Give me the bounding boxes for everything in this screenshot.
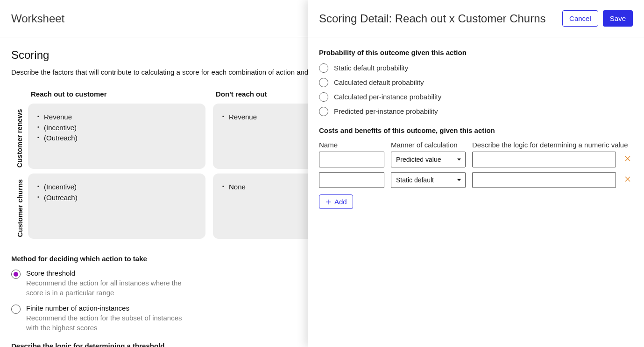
probability-heading: Probability of this outcome given this a… <box>319 49 633 56</box>
cost-logic-input[interactable] <box>472 152 616 167</box>
close-icon <box>624 155 631 164</box>
method-desc: Recommend the action for the subset of i… <box>26 313 194 333</box>
prob-option-label: Static default probability <box>334 64 408 72</box>
matrix-row-label-churns: Customer churns <box>11 173 28 243</box>
cost-manner-value: Predicted value <box>396 156 441 163</box>
prob-option-label: Predicted per-instance probability <box>334 107 438 115</box>
cell-item: Revenue <box>37 112 196 123</box>
cost-manner-select[interactable]: Predicted value <box>391 152 466 167</box>
cell-item: (Outreach) <box>37 193 196 203</box>
prob-option-label: Calculated default probability <box>334 78 424 86</box>
radio-icon <box>319 63 328 73</box>
cancel-button[interactable]: Cancel <box>562 10 598 27</box>
scoring-detail-panel: Scoring Detail: Reach out x Customer Chu… <box>308 0 644 347</box>
cost-row: Predicted value <box>319 152 633 167</box>
plus-icon <box>325 199 332 205</box>
cost-manner-select[interactable]: Static default <box>391 172 466 188</box>
delete-row-button[interactable] <box>623 154 633 165</box>
method-desc: Recommend the action for all instances w… <box>26 278 194 298</box>
page-title: Worksheet <box>11 12 64 25</box>
cost-logic-input[interactable] <box>472 172 616 188</box>
radio-icon <box>11 305 21 314</box>
cost-name-input[interactable] <box>319 152 384 167</box>
prob-option-static-default[interactable]: Static default probability <box>319 63 633 73</box>
prob-option-label: Calculated per-instance probability <box>334 93 441 101</box>
col-header-manner: Manner of calculation <box>391 141 466 149</box>
cell-item: (Incentive) <box>37 123 196 133</box>
chevron-down-icon <box>456 177 462 183</box>
save-button[interactable]: Save <box>603 10 633 27</box>
matrix-row-label-renews: Customer renews <box>11 103 28 173</box>
prob-option-calculated-per-instance[interactable]: Calculated per-instance probability <box>319 92 633 102</box>
col-header-logic: Describe the logic for determining a num… <box>472 141 633 149</box>
matrix-col-header-reach-out: Reach out to customer <box>28 87 205 104</box>
cost-name-input[interactable] <box>319 172 384 188</box>
radio-icon <box>319 92 328 102</box>
cell-item: (Incentive) <box>37 182 196 193</box>
radio-icon <box>319 107 328 116</box>
cost-manner-value: Static default <box>396 176 434 184</box>
costs-heading: Costs and benefits of this outcome, give… <box>319 126 633 134</box>
matrix-cell-reach-out-renews[interactable]: Revenue (Incentive) (Outreach) <box>28 104 205 169</box>
chevron-down-icon <box>456 156 462 163</box>
panel-header: Scoring Detail: Reach out x Customer Chu… <box>308 0 644 37</box>
cell-item: (Outreach) <box>37 133 196 144</box>
cost-row: Static default <box>319 172 633 188</box>
add-cost-button[interactable]: Add <box>319 194 353 209</box>
add-label: Add <box>334 198 347 206</box>
panel-body: Probability of this outcome given this a… <box>308 37 644 220</box>
method-label: Finite number of action-instances <box>26 304 194 312</box>
close-icon <box>624 175 631 185</box>
col-header-name: Name <box>319 141 384 149</box>
delete-row-button[interactable] <box>623 175 633 185</box>
radio-icon <box>11 270 21 279</box>
panel-title: Scoring Detail: Reach out x Customer Chu… <box>319 12 546 25</box>
costs-table-headers: Name Manner of calculation Describe the … <box>319 141 633 149</box>
method-label: Score threshold <box>26 269 194 277</box>
prob-option-calculated-default[interactable]: Calculated default probability <box>319 77 633 87</box>
matrix-row-labels: Customer renews Customer churns <box>11 103 28 243</box>
prob-option-predicted-per-instance[interactable]: Predicted per-instance probability <box>319 106 633 116</box>
radio-icon <box>319 78 328 87</box>
matrix-cell-reach-out-churns[interactable]: (Incentive) (Outreach) <box>28 174 205 239</box>
